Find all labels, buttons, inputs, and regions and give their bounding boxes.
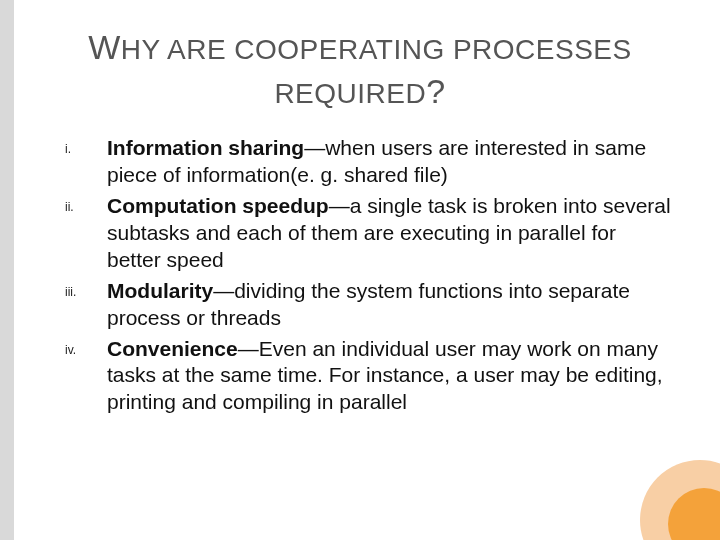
list-bold: Computation speedup [107,194,329,217]
title-qmark: ? [426,72,445,110]
list-bold: Modularity [107,279,213,302]
slide-title: WHY ARE COOPERATING PROCESSES REQUIRED? [45,25,675,113]
title-first-letter: W [88,28,121,66]
list-text: Computation speedup—a single task is bro… [107,193,675,274]
list-numeral: ii. [65,193,107,214]
slide-body: i. Information sharing—when users are in… [45,135,675,416]
list-bold: Convenience [107,337,238,360]
list-numeral: i. [65,135,107,156]
list-item: iii. Modularity—dividing the system func… [65,278,675,332]
list-item: iv. Convenience—Even an individual user … [65,336,675,417]
left-accent-bar [0,0,14,540]
list-item: ii. Computation speedup—a single task is… [65,193,675,274]
list-bold: Information sharing [107,136,304,159]
list-text: Convenience—Even an individual user may … [107,336,675,417]
title-line2: REQUIRED [274,78,426,109]
slide: WHY ARE COOPERATING PROCESSES REQUIRED? … [0,0,720,540]
list-text: Modularity—dividing the system functions… [107,278,675,332]
list-numeral: iv. [65,336,107,357]
title-line1: HY ARE COOPERATING PROCESSES [121,34,632,65]
list-text: Information sharing—when users are inter… [107,135,675,189]
list-item: i. Information sharing—when users are in… [65,135,675,189]
list-numeral: iii. [65,278,107,299]
